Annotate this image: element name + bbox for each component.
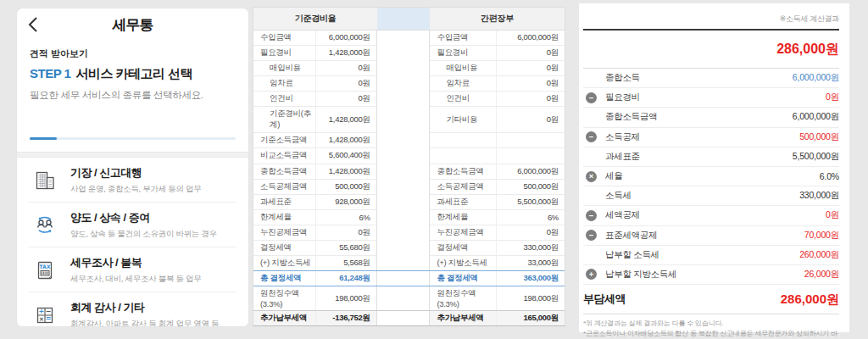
category-text: 양도 / 상속 / 증여양도, 상속 등 물건의 소유권이 바뀌는 경우	[70, 210, 217, 240]
footnote: *근로소득이나 이자배당소득의 합산 등 복잡한 신고내용은 세무전문가와 상의…	[583, 329, 839, 339]
total-tax-row: 부담세액 286,000원	[583, 285, 839, 314]
cell-spacer	[377, 31, 430, 46]
category-item-3[interactable]: TAX세무조사 / 불복세무조사, 대비, 세무조사 불복 등 업무	[29, 247, 236, 292]
cell-label-right: 추가납부세액	[429, 311, 496, 325]
cell-label-left: 수입금액	[253, 31, 315, 46]
cell-label-right: 인건비	[429, 92, 496, 107]
category-title: 기장 / 신고대행	[70, 165, 201, 181]
table-row: 추가납부세액-136,752원추가납부세액165,000원	[253, 310, 565, 325]
cell-label-left: (+) 지방소득세	[253, 256, 315, 271]
cell-spacer	[377, 92, 430, 107]
cell-value-right	[496, 148, 565, 164]
result-value: 6,000,000원	[793, 111, 839, 123]
cell-value-right: 0원	[496, 46, 565, 61]
cell-label-right: 한계세율	[429, 210, 496, 225]
result-label: 세액공제	[605, 209, 640, 221]
times-circle-icon: ×	[586, 171, 597, 182]
category-desc: 세무조사, 대비, 세무조사 불복 등 업무	[70, 274, 201, 285]
table-row: 한계세율6%한계세율6%	[253, 210, 565, 225]
step-block: 견적 받아보기 STEP 1서비스 카테고리 선택 필요한 세무 서비스의 종류…	[17, 47, 248, 102]
op-slot-empty	[586, 249, 597, 260]
column-header-simple-ledger: 간편장부	[430, 8, 565, 30]
cell-label-left: 비교소득금액	[253, 148, 315, 164]
cell-label-left: 필요경비	[253, 46, 315, 61]
cell-label-right: 소득공제금액	[429, 180, 496, 195]
cell-value-left: 0원	[315, 92, 377, 107]
result-row: 납부할 소득세260,000원	[583, 246, 839, 265]
result-value: 6,000,000원	[793, 72, 839, 84]
table-row: 기준경비(추계)1,428,000원기타비용0원	[253, 107, 565, 133]
category-item-1[interactable]: 기장 / 신고대행사업 운영, 종합소득, 부가세 등의 업무	[29, 158, 236, 202]
category-list: 기장 / 신고대행사업 운영, 종합소득, 부가세 등의 업무양도 / 상속 /…	[17, 158, 248, 326]
column-header-standard-expense-rate: 기준경비율	[253, 8, 377, 30]
result-row: +납부할 지방소득세26,000원	[583, 265, 839, 285]
step-subtitle: 필요한 세무 서비스의 종류를 선택하세요.	[30, 89, 236, 102]
cell-value-left: 0원	[315, 76, 377, 92]
result-row: −표준세액공제70,000원	[583, 226, 839, 246]
result-value: 0원	[826, 92, 839, 103]
cell-spacer	[377, 107, 430, 133]
cell-spacer	[377, 164, 430, 180]
cell-label-left: 추가납부세액	[253, 311, 315, 325]
cell-label-right: 기타비용	[429, 107, 496, 133]
op-slot-empty	[586, 73, 597, 84]
result-value: 330,000원	[799, 190, 839, 202]
page: 세무통 견적 받아보기 STEP 1서비스 카테고리 선택 필요한 세무 서비스…	[0, 0, 868, 339]
table-row: 종합소득금액1,428,000원종합소득금액6,000,000원	[253, 164, 565, 180]
result-label: 과세표준	[605, 151, 640, 163]
cell-label-left: 결정세액	[253, 241, 315, 256]
cell-spacer	[377, 180, 430, 195]
cell-label-right: 원천징수액 (3.3%)	[429, 286, 496, 311]
cell-value-right: 33,000원	[496, 256, 565, 271]
quote-wizard-panel: 세무통 견적 받아보기 STEP 1서비스 카테고리 선택 필요한 세무 서비스…	[17, 8, 248, 326]
result-row: −세액공제0원	[583, 206, 839, 225]
cell-value-left: 1,428,000원	[315, 46, 377, 61]
cell-value-right	[496, 133, 565, 148]
table-row: 인건비0원인건비0원	[253, 92, 565, 107]
cell-value-left: 0원	[315, 61, 377, 76]
result-label: 종합소득금액	[605, 111, 657, 123]
progress-bar-fill	[30, 137, 57, 140]
svg-text:TAX: TAX	[39, 264, 51, 270]
cell-value-right: 5,500,000원	[496, 195, 565, 210]
section-divider	[17, 152, 248, 158]
minus-circle-icon: −	[586, 92, 597, 103]
result-value: 26,000원	[804, 269, 839, 281]
cell-label-right: 총 결정세액	[429, 271, 496, 286]
category-desc: 사업 운영, 종합소득, 부가세 등의 업무	[70, 184, 201, 195]
cell-label-left: 한계세율	[253, 210, 315, 225]
cell-label-right: 임차료	[429, 76, 496, 92]
result-label: 납부할 지방소득세	[605, 269, 676, 281]
footnotes: *위 계산결과는 실제 결과와는 다를 수 있습니다. *근로소득이나 이자배당…	[583, 314, 839, 339]
category-text: 회계 감사 / 기타회계감사, 아파트 감사 등 회계 업무 영역 등	[70, 300, 219, 326]
cell-value-left: 6%	[315, 210, 377, 225]
cell-spacer	[377, 61, 430, 76]
app-header: 세무통	[17, 8, 248, 41]
result-label: 표준세액공제	[605, 230, 657, 242]
progress-bar	[30, 137, 236, 140]
cell-value-right: 363,000원	[496, 271, 565, 286]
cell-value-right: 6%	[496, 210, 565, 225]
cell-value-right: 500,000원	[496, 180, 565, 195]
building-icon	[32, 168, 58, 193]
category-item-4[interactable]: +−×=회계 감사 / 기타회계감사, 아파트 감사 등 회계 업무 영역 등	[29, 292, 236, 326]
tax-document-icon: TAX	[32, 258, 58, 283]
cell-spacer	[377, 241, 430, 256]
cell-value-left: 928,000원	[315, 195, 377, 210]
back-button[interactable]	[27, 16, 44, 33]
footnote: *위 계산결과는 실제 결과와는 다를 수 있습니다.	[583, 319, 839, 329]
result-value: 260,000원	[799, 249, 839, 261]
result-label: 소득세	[605, 190, 632, 202]
income-tax-result-panel: ※소득세 계산결과 286,000원 종합소득6,000,000원−필요경비0원…	[579, 3, 849, 332]
cell-spacer	[377, 133, 430, 148]
category-item-2[interactable]: 양도 / 상속 / 증여양도, 상속 등 물건의 소유권이 바뀌는 경우	[29, 202, 236, 247]
cell-value-left: 198,000원	[315, 286, 377, 311]
minus-icon: −	[586, 92, 597, 103]
app-logo: 세무통	[113, 15, 153, 35]
result-label: 필요경비	[605, 92, 640, 103]
result-row: ×세율6.0%	[583, 167, 839, 186]
table-row: 원천징수액 (3.3%)198,000원원천징수액 (3.3%)198,000원	[253, 286, 565, 311]
cell-value-left: 1,428,000원	[315, 107, 377, 133]
cell-spacer	[377, 148, 430, 164]
cell-label-right: 필요경비	[429, 46, 496, 61]
